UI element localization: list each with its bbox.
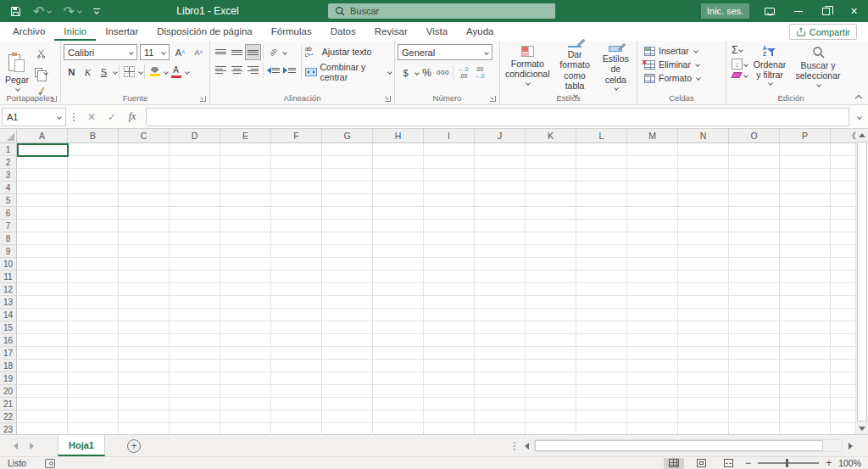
percent-button[interactable]: % [419, 64, 435, 81]
normal-view-button[interactable] [664, 458, 684, 469]
new-sheet-button[interactable]: + [127, 439, 141, 453]
zoom-level[interactable]: 100% [838, 458, 861, 468]
column-header-J[interactable]: J [475, 129, 526, 143]
row-header-16[interactable]: 16 [0, 334, 17, 347]
font-color-button[interactable]: A [168, 64, 184, 80]
scroll-up-button[interactable] [856, 129, 868, 141]
accessibility-icon[interactable] [45, 459, 55, 468]
tab-formulas[interactable]: Fórmulas [262, 22, 321, 41]
row-header-23[interactable]: 23 [0, 423, 17, 434]
zoom-out-button[interactable]: − [745, 457, 751, 469]
column-header-B[interactable]: B [68, 129, 119, 143]
tab-datos[interactable]: Datos [321, 22, 365, 41]
select-all-corner[interactable] [0, 129, 17, 143]
number-dialog-launcher[interactable] [490, 96, 496, 102]
increase-decimal-button[interactable]: ←.0.00 [455, 64, 471, 81]
column-header-K[interactable]: K [526, 129, 576, 143]
wrap-text-button[interactable]: abc↩ Ajustar texto [305, 46, 392, 58]
column-header-D[interactable]: D [170, 129, 220, 143]
paste-button[interactable]: Pegar [3, 51, 31, 92]
restore-button[interactable] [812, 0, 840, 22]
customize-qat-button[interactable] [93, 8, 100, 14]
minimize-button[interactable] [784, 0, 812, 22]
formula-bar-splitter[interactable] [73, 116, 75, 118]
column-header-C[interactable]: C [119, 129, 170, 143]
share-button[interactable]: Compartir [789, 24, 857, 40]
page-break-view-button[interactable] [718, 458, 738, 469]
clear-button[interactable] [732, 72, 748, 78]
row-header-8[interactable]: 8 [0, 232, 17, 245]
undo-dropdown-icon[interactable] [47, 8, 53, 14]
row-header-12[interactable]: 12 [0, 283, 17, 296]
underline-dropdown-icon[interactable] [113, 70, 118, 75]
orientation-dropdown-icon[interactable] [282, 50, 287, 55]
column-header-O[interactable]: O [729, 129, 780, 143]
vertical-scrollbar[interactable] [855, 129, 868, 434]
row-header-5[interactable]: 5 [0, 194, 17, 207]
align-top-button[interactable] [213, 44, 229, 60]
find-select-button[interactable]: Buscar y seleccionar [792, 44, 844, 88]
scroll-right-button[interactable] [844, 440, 856, 452]
row-header-11[interactable]: 11 [0, 271, 17, 283]
fill-button[interactable]: ↓ [732, 59, 748, 70]
row-header-4[interactable]: 4 [0, 181, 17, 194]
tab-archivo[interactable]: Archivo [3, 22, 54, 41]
column-header-A[interactable]: A [17, 129, 68, 143]
expand-formula-bar-button[interactable] [849, 115, 868, 119]
copy-button[interactable] [33, 64, 49, 81]
search-box[interactable] [328, 3, 555, 19]
comma-style-button[interactable]: 000 [435, 64, 451, 81]
row-header-22[interactable]: 22 [0, 410, 17, 423]
conditional-formatting-button[interactable]: Formato condicional [503, 44, 553, 92]
column-header-Q[interactable]: Q [831, 129, 855, 143]
redo-dropdown-icon[interactable] [77, 8, 82, 14]
horizontal-scrollbar[interactable] [514, 438, 856, 453]
grow-font-button[interactable]: A˄ [172, 44, 188, 60]
column-header-H[interactable]: H [373, 129, 424, 143]
row-header-10[interactable]: 10 [0, 258, 17, 271]
scroll-down-button[interactable] [856, 422, 868, 434]
page-layout-view-button[interactable] [691, 458, 711, 469]
row-header-2[interactable]: 2 [0, 156, 17, 169]
column-header-F[interactable]: F [271, 129, 322, 143]
column-header-I[interactable]: I [424, 129, 475, 143]
align-bottom-button[interactable] [245, 44, 261, 60]
row-header-19[interactable]: 19 [0, 372, 17, 385]
name-box[interactable]: A1 [2, 108, 66, 126]
increase-indent-button[interactable] [281, 62, 298, 78]
font-dialog-launcher[interactable] [200, 96, 206, 102]
font-color-dropdown-icon[interactable] [185, 70, 190, 75]
align-center-button[interactable] [229, 62, 245, 78]
merge-dropdown-icon[interactable] [387, 70, 392, 75]
column-header-N[interactable]: N [678, 129, 729, 143]
borders-dropdown-icon[interactable] [138, 70, 143, 75]
align-middle-button[interactable] [229, 44, 245, 60]
insert-function-button[interactable]: fx [122, 108, 142, 126]
format-cells-button[interactable]: Formato [644, 73, 723, 83]
search-input[interactable] [350, 6, 520, 16]
tab-ayuda[interactable]: Ayuda [457, 22, 503, 41]
undo-button[interactable]: ↶ [33, 3, 51, 20]
column-header-G[interactable]: G [322, 129, 373, 143]
align-left-button[interactable] [213, 62, 229, 78]
align-right-button[interactable] [245, 62, 261, 78]
underline-button[interactable]: S [96, 64, 112, 80]
column-header-L[interactable]: L [576, 129, 627, 143]
zoom-slider[interactable] [758, 462, 819, 464]
row-header-6[interactable]: 6 [0, 207, 17, 220]
zoom-slider-thumb[interactable] [786, 459, 788, 467]
sheet-nav-left-icon[interactable] [14, 443, 18, 449]
tab-vista[interactable]: Vista [417, 22, 457, 41]
vertical-scrollbar-thumb[interactable] [857, 142, 867, 422]
tab-inicio[interactable]: Inicio [54, 22, 96, 41]
row-header-20[interactable]: 20 [0, 385, 17, 398]
redo-button[interactable]: ↷ [63, 3, 81, 20]
sign-in-button[interactable]: Inic. ses. [701, 3, 749, 19]
row-header-3[interactable]: 3 [0, 169, 17, 181]
scroll-left-button[interactable] [520, 440, 532, 452]
row-header-13[interactable]: 13 [0, 296, 17, 309]
collapse-ribbon-icon[interactable] [855, 95, 862, 102]
row-header-9[interactable]: 9 [0, 245, 17, 258]
column-header-P[interactable]: P [780, 129, 831, 143]
row-header-1[interactable]: 1 [0, 143, 17, 156]
